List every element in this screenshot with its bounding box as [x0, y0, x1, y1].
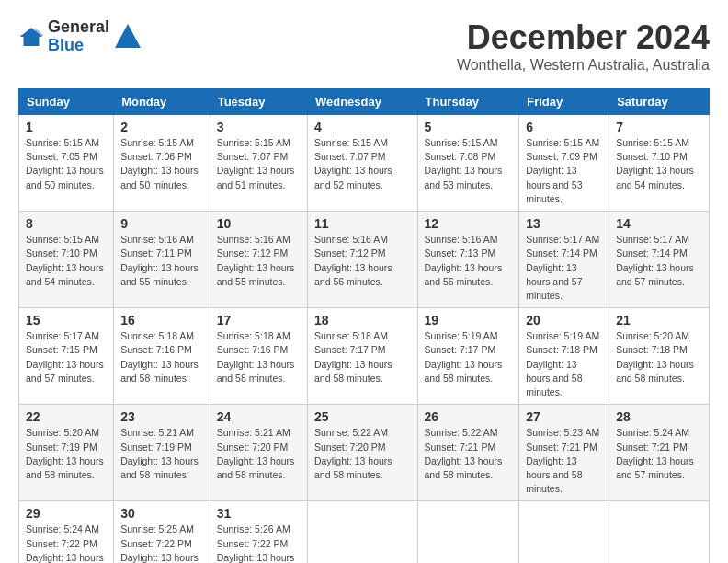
header-row: Sunday Monday Tuesday Wednesday Thursday… — [19, 89, 710, 115]
calendar-week-row: 15 Sunrise: 5:17 AMSunset: 7:15 PMDaylig… — [19, 308, 710, 405]
calendar-day-cell: 24 Sunrise: 5:21 AMSunset: 7:20 PMDaylig… — [210, 405, 307, 501]
day-info: Sunrise: 5:19 AMSunset: 7:17 PMDaylight:… — [425, 330, 503, 384]
calendar-day-cell: 5 Sunrise: 5:15 AMSunset: 7:08 PMDayligh… — [417, 115, 519, 212]
day-info: Sunrise: 5:24 AMSunset: 7:21 PMDaylight:… — [616, 427, 694, 480]
day-info: Sunrise: 5:15 AMSunset: 7:05 PMDaylight:… — [26, 137, 104, 190]
calendar-week-row: 1 Sunrise: 5:15 AMSunset: 7:05 PMDayligh… — [19, 115, 710, 212]
logo-general: General — [48, 18, 109, 37]
day-info: Sunrise: 5:15 AMSunset: 7:10 PMDaylight:… — [616, 137, 694, 190]
day-number: 31 — [217, 506, 301, 521]
subtitle: Wonthella, Western Australia, Australia — [457, 57, 710, 74]
day-number: 3 — [217, 120, 301, 134]
day-number: 9 — [120, 216, 203, 231]
day-info: Sunrise: 5:15 AMSunset: 7:10 PMDaylight:… — [26, 234, 104, 287]
day-info: Sunrise: 5:17 AMSunset: 7:15 PMDaylight:… — [26, 330, 104, 384]
day-number: 7 — [616, 120, 702, 134]
day-number: 27 — [526, 409, 602, 424]
calendar-day-cell: 7 Sunrise: 5:15 AMSunset: 7:10 PMDayligh… — [609, 115, 710, 212]
day-number: 30 — [120, 506, 203, 521]
calendar-day-cell: 4 Sunrise: 5:15 AMSunset: 7:07 PMDayligh… — [307, 115, 417, 212]
day-info: Sunrise: 5:18 AMSunset: 7:16 PMDaylight:… — [217, 330, 295, 384]
day-info: Sunrise: 5:20 AMSunset: 7:19 PMDaylight:… — [26, 427, 104, 480]
calendar-day-cell: 27 Sunrise: 5:23 AMSunset: 7:21 PMDaylig… — [519, 405, 609, 501]
day-info: Sunrise: 5:16 AMSunset: 7:12 PMDaylight:… — [314, 234, 392, 287]
day-info: Sunrise: 5:25 AMSunset: 7:22 PMDaylight:… — [120, 523, 199, 563]
day-number: 19 — [425, 313, 513, 327]
day-info: Sunrise: 5:20 AMSunset: 7:18 PMDaylight:… — [616, 330, 694, 384]
logo-shape-icon — [113, 22, 142, 52]
day-number: 13 — [526, 216, 602, 231]
calendar-day-cell: 8 Sunrise: 5:15 AMSunset: 7:10 PMDayligh… — [19, 212, 114, 308]
calendar-day-cell: 15 Sunrise: 5:17 AMSunset: 7:15 PMDaylig… — [19, 308, 114, 405]
day-number: 8 — [26, 216, 107, 231]
calendar-day-cell: 30 Sunrise: 5:25 AMSunset: 7:22 PMDaylig… — [114, 501, 210, 563]
calendar-day-cell: 2 Sunrise: 5:15 AMSunset: 7:06 PMDayligh… — [114, 115, 210, 212]
day-number: 12 — [425, 216, 513, 231]
day-number: 2 — [120, 120, 203, 134]
day-info: Sunrise: 5:18 AMSunset: 7:17 PMDaylight:… — [314, 330, 392, 384]
calendar-day-cell: 1 Sunrise: 5:15 AMSunset: 7:05 PMDayligh… — [19, 115, 114, 212]
day-info: Sunrise: 5:22 AMSunset: 7:21 PMDaylight:… — [425, 427, 503, 480]
calendar-day-cell: 10 Sunrise: 5:16 AMSunset: 7:12 PMDaylig… — [210, 212, 307, 308]
day-info: Sunrise: 5:15 AMSunset: 7:07 PMDaylight:… — [217, 137, 295, 190]
calendar-day-cell: 3 Sunrise: 5:15 AMSunset: 7:07 PMDayligh… — [210, 115, 307, 212]
day-number: 22 — [26, 409, 107, 424]
main-title: December 2024 — [457, 18, 710, 57]
day-number: 21 — [616, 313, 702, 327]
header-saturday: Saturday — [609, 89, 710, 115]
logo: General Blue — [18, 18, 142, 55]
day-info: Sunrise: 5:17 AMSunset: 7:14 PMDaylight:… — [526, 234, 599, 301]
calendar-week-row: 8 Sunrise: 5:15 AMSunset: 7:10 PMDayligh… — [19, 212, 710, 308]
header-tuesday: Tuesday — [210, 89, 307, 115]
day-info: Sunrise: 5:22 AMSunset: 7:20 PMDaylight:… — [314, 427, 392, 480]
day-number: 10 — [217, 216, 301, 231]
logo-text: General Blue — [48, 18, 109, 55]
day-info: Sunrise: 5:15 AMSunset: 7:07 PMDaylight:… — [314, 137, 392, 190]
day-number: 23 — [120, 409, 203, 424]
calendar-day-cell: 16 Sunrise: 5:18 AMSunset: 7:16 PMDaylig… — [114, 308, 210, 405]
day-number: 6 — [526, 120, 602, 134]
header-friday: Friday — [519, 89, 609, 115]
calendar-day-cell: 23 Sunrise: 5:21 AMSunset: 7:19 PMDaylig… — [114, 405, 210, 501]
day-number: 4 — [314, 120, 411, 134]
header-sunday: Sunday — [19, 89, 114, 115]
header-wednesday: Wednesday — [307, 89, 417, 115]
day-number: 1 — [26, 120, 107, 134]
day-number: 25 — [314, 409, 411, 424]
day-number: 29 — [26, 506, 107, 521]
day-info: Sunrise: 5:21 AMSunset: 7:20 PMDaylight:… — [217, 427, 295, 480]
calendar-day-cell: 17 Sunrise: 5:18 AMSunset: 7:16 PMDaylig… — [210, 308, 307, 405]
calendar-day-cell: 19 Sunrise: 5:19 AMSunset: 7:17 PMDaylig… — [417, 308, 519, 405]
day-number: 15 — [26, 313, 107, 327]
calendar-day-cell: 22 Sunrise: 5:20 AMSunset: 7:19 PMDaylig… — [19, 405, 114, 501]
calendar-day-cell — [307, 501, 417, 563]
calendar-day-cell — [609, 501, 710, 563]
calendar-day-cell: 6 Sunrise: 5:15 AMSunset: 7:09 PMDayligh… — [519, 115, 609, 212]
calendar-day-cell: 20 Sunrise: 5:19 AMSunset: 7:18 PMDaylig… — [519, 308, 609, 405]
day-number: 5 — [425, 120, 513, 134]
logo-blue: Blue — [48, 37, 109, 55]
day-info: Sunrise: 5:16 AMSunset: 7:13 PMDaylight:… — [425, 234, 503, 287]
header-thursday: Thursday — [417, 89, 519, 115]
calendar-day-cell: 26 Sunrise: 5:22 AMSunset: 7:21 PMDaylig… — [417, 405, 519, 501]
day-number: 24 — [217, 409, 301, 424]
day-info: Sunrise: 5:17 AMSunset: 7:14 PMDaylight:… — [616, 234, 694, 287]
day-number: 14 — [616, 216, 702, 231]
day-info: Sunrise: 5:15 AMSunset: 7:08 PMDaylight:… — [425, 137, 503, 190]
day-info: Sunrise: 5:15 AMSunset: 7:09 PMDaylight:… — [526, 137, 599, 204]
day-number: 20 — [526, 313, 602, 327]
calendar-day-cell: 21 Sunrise: 5:20 AMSunset: 7:18 PMDaylig… — [609, 308, 710, 405]
svg-marker-2 — [115, 24, 141, 48]
day-info: Sunrise: 5:15 AMSunset: 7:06 PMDaylight:… — [120, 137, 199, 190]
day-info: Sunrise: 5:24 AMSunset: 7:22 PMDaylight:… — [26, 523, 104, 563]
calendar-day-cell: 31 Sunrise: 5:26 AMSunset: 7:22 PMDaylig… — [210, 501, 307, 563]
day-number: 26 — [425, 409, 513, 424]
calendar-day-cell: 9 Sunrise: 5:16 AMSunset: 7:11 PMDayligh… — [114, 212, 210, 308]
calendar-day-cell: 14 Sunrise: 5:17 AMSunset: 7:14 PMDaylig… — [609, 212, 710, 308]
day-number: 17 — [217, 313, 301, 327]
calendar-week-row: 29 Sunrise: 5:24 AMSunset: 7:22 PMDaylig… — [19, 501, 710, 563]
day-number: 11 — [314, 216, 411, 231]
calendar-day-cell: 18 Sunrise: 5:18 AMSunset: 7:17 PMDaylig… — [307, 308, 417, 405]
calendar-day-cell: 25 Sunrise: 5:22 AMSunset: 7:20 PMDaylig… — [307, 405, 417, 501]
day-number: 18 — [314, 313, 411, 327]
